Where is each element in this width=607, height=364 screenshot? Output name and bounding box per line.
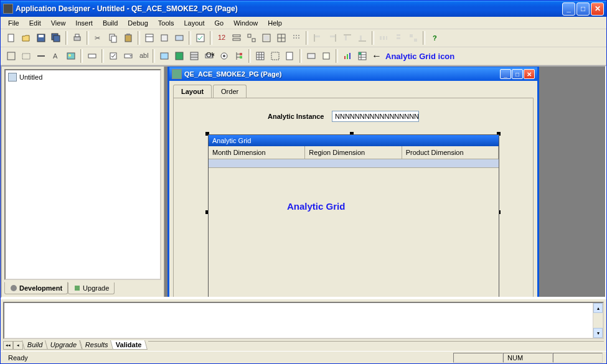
print-icon[interactable] (70, 31, 84, 45)
help-icon[interactable]: ? (428, 31, 441, 45)
page-order-icon[interactable]: 12 (215, 31, 228, 45)
scroll-up-icon[interactable]: ▴ (593, 303, 603, 313)
output-text[interactable]: ▴ ▾ (3, 302, 604, 339)
radio-button-icon[interactable] (217, 49, 231, 63)
static-text-icon[interactable]: A (49, 49, 63, 63)
default-order-icon[interactable] (245, 31, 258, 45)
child-maximize-button[interactable]: □ (512, 69, 523, 79)
tab-layout[interactable]: Layout (173, 85, 212, 98)
align-left-icon[interactable] (311, 31, 324, 45)
align-top-icon[interactable] (341, 31, 354, 45)
tab-development[interactable]: Development (4, 282, 68, 294)
output-tab-build[interactable]: Build (22, 340, 48, 350)
image-icon[interactable] (158, 49, 171, 63)
static-image-icon[interactable] (64, 49, 78, 63)
project-icon[interactable] (172, 31, 186, 45)
output-tab-results[interactable]: Results (80, 340, 114, 350)
long-edit-icon[interactable]: abl (136, 49, 150, 63)
menu-insert[interactable]: Insert (70, 18, 98, 28)
project-tree[interactable]: Untitled (4, 69, 161, 280)
grid-col-2[interactable]: Product Dimension (402, 146, 499, 159)
save-all-icon[interactable] (49, 31, 63, 45)
tree-root-node[interactable]: Untitled (8, 73, 158, 82)
tree-icon[interactable] (232, 49, 246, 63)
maximize-button[interactable]: □ (576, 2, 590, 16)
output-tab-upgrade[interactable]: Upgrade (45, 340, 82, 350)
svg-rect-5 (74, 37, 80, 40)
copy-icon[interactable] (106, 31, 120, 45)
grid-icon[interactable] (253, 49, 267, 63)
tree-root-label: Untitled (19, 73, 42, 81)
child-close-button[interactable]: ✕ (524, 69, 535, 79)
minimize-button[interactable]: _ (562, 2, 575, 16)
svg-rect-49 (7, 52, 15, 60)
svg-rect-46 (410, 34, 413, 37)
align-right-icon[interactable] (326, 31, 339, 45)
frame-icon[interactable] (4, 49, 18, 63)
push-button-icon[interactable] (187, 49, 201, 63)
menu-debug[interactable]: Debug (123, 18, 153, 28)
tab-order[interactable]: Order (213, 85, 247, 98)
menu-build[interactable]: Build (98, 18, 123, 28)
output-scrollbar[interactable]: ▴ ▾ (593, 303, 603, 338)
menu-tools[interactable]: Tools (153, 18, 179, 28)
distribute-v-icon[interactable] (392, 31, 405, 45)
design-surface[interactable]: Analytic Instance NNNNNNNNNNNNNNNNN Anal… (173, 98, 534, 297)
check-box-icon[interactable] (106, 49, 120, 63)
align-bottom-icon[interactable] (355, 31, 369, 45)
svg-rect-41 (380, 36, 382, 40)
build-icon[interactable] (158, 31, 171, 45)
analytic-grid-icon[interactable] (355, 49, 369, 63)
secondary-page-icon[interactable] (283, 49, 297, 63)
svg-point-29 (298, 35, 299, 36)
menu-help[interactable]: Help (263, 18, 287, 28)
toggle-grid-icon[interactable] (275, 31, 288, 45)
output-tab-validate[interactable]: Validate (110, 340, 148, 350)
close-button[interactable]: ✕ (591, 2, 604, 16)
analytic-instance-field[interactable]: NNNNNNNNNNNNNNNNN (332, 111, 419, 122)
menu-file[interactable]: File (3, 18, 24, 28)
ok-button-icon[interactable]: OK (202, 49, 216, 63)
tab-order-icon[interactable] (289, 31, 303, 45)
distribute-h-icon[interactable] (377, 31, 390, 45)
tab-development-label: Development (19, 284, 62, 292)
cut-icon[interactable]: ✂ (92, 31, 105, 45)
group-box-icon[interactable] (19, 49, 33, 63)
menu-go[interactable]: Go (209, 18, 228, 28)
html-area-icon[interactable] (172, 49, 186, 63)
test-icon[interactable] (260, 31, 273, 45)
tab-upgrade[interactable]: Upgrade (68, 282, 115, 294)
properties-icon[interactable] (143, 31, 156, 45)
drop-down-icon[interactable] (121, 49, 135, 63)
svg-rect-15 (176, 35, 183, 40)
child-minimize-button[interactable]: _ (500, 69, 511, 79)
validate-icon[interactable] (194, 31, 207, 45)
grid-col-1[interactable]: Region Dimension (305, 146, 402, 159)
open-icon[interactable] (19, 31, 33, 45)
menu-edit[interactable]: Edit (24, 18, 46, 28)
output-nav-prev[interactable]: ◂ (13, 341, 23, 350)
new-icon[interactable] (4, 31, 18, 45)
hyperlink-icon[interactable] (319, 49, 333, 63)
svg-rect-47 (414, 39, 417, 42)
paste-icon[interactable] (121, 31, 135, 45)
size-same-icon[interactable] (407, 31, 420, 45)
svg-rect-89 (359, 52, 361, 55)
status-ready: Ready (4, 353, 453, 363)
scroll-area-icon[interactable] (268, 49, 282, 63)
scroll-down-icon[interactable]: ▾ (593, 328, 603, 338)
menu-view[interactable]: View (46, 18, 71, 28)
svg-rect-61 (191, 52, 198, 60)
svg-rect-50 (22, 54, 30, 59)
menu-layout[interactable]: Layout (179, 18, 209, 28)
grid-col-0[interactable]: Month Dimension (209, 146, 305, 159)
chart-icon[interactable] (341, 49, 354, 63)
output-nav-first[interactable]: ◂◂ (3, 341, 13, 350)
subpage-icon[interactable] (304, 49, 318, 63)
field-order-icon[interactable] (230, 31, 243, 45)
save-icon[interactable] (34, 31, 48, 45)
menu-window[interactable]: Window (228, 18, 263, 28)
edit-box-icon[interactable] (85, 49, 99, 63)
horizontal-rule-icon[interactable] (34, 49, 48, 63)
analytic-grid-control[interactable]: Analytic Grid Month Dimension Region Dim… (208, 134, 499, 297)
